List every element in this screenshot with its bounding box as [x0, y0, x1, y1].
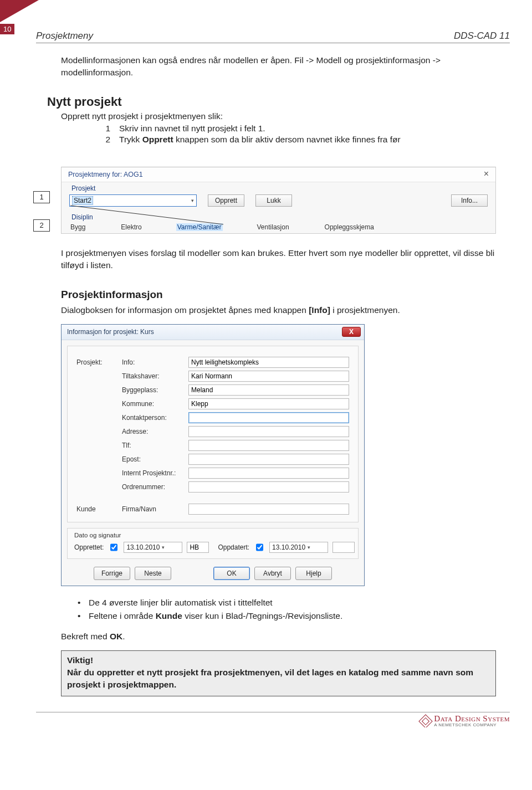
numbered-steps: 1 Skriv inn navnet til nytt prosjekt i f…	[103, 124, 496, 145]
section-heading-nytt-prosjekt: Nytt prosjekt	[47, 95, 496, 109]
opprettet-initials-field[interactable]	[187, 542, 209, 553]
callout-marker-2: 2	[33, 219, 50, 232]
intro-paragraph: Modellinformasjonen kan også endres når …	[61, 54, 496, 79]
field-label: Tlf:	[122, 442, 188, 449]
brand-name: Data Design System	[434, 715, 510, 723]
oppdatert-checkbox[interactable]	[256, 543, 263, 551]
dialog-title: Informasjon for prosjekt: Kurs	[67, 328, 154, 336]
combo-value: Start2	[72, 196, 93, 205]
page-footer: Data Design System A NEMETSCHEK COMPANY	[36, 712, 510, 727]
prosjektmeny-dialog: Prosjektmeny for: AOG1 × Prosjekt Start2…	[61, 167, 496, 234]
group-legend: Dato og signatur	[74, 532, 351, 538]
dato-signatur-group: Dato og signatur Opprettet: 13.10.2010 ▾…	[67, 528, 359, 559]
oppdatert-date-combo[interactable]: 13.10.2010 ▾	[269, 542, 328, 553]
important-title: Viktig!	[67, 654, 490, 666]
avbryt-button[interactable]: Avbryt	[254, 567, 291, 580]
field-label: Ordrenummer:	[122, 483, 188, 491]
kommune-field[interactable]	[188, 398, 349, 409]
info-button[interactable]: Info...	[451, 194, 488, 207]
step-text: Skriv inn navnet til nytt prosjekt i fel…	[119, 124, 265, 134]
field-label: Adresse:	[122, 428, 188, 435]
page-header: Prosjektmeny DDS-CAD 11	[36, 30, 510, 43]
neste-button[interactable]: Neste	[135, 567, 171, 580]
internt-prosjektnr-field[interactable]	[188, 468, 349, 479]
dialog-title: Prosjektmeny for: AOG1	[68, 171, 143, 178]
bullet-icon: •	[78, 596, 81, 609]
oppdatert-label: Oppdatert:	[218, 543, 249, 551]
tiltakshaver-field[interactable]	[188, 371, 349, 382]
prosjekt-fields-panel: Prosjekt: Info: Tiltakshaver: Byggeplass…	[67, 346, 359, 522]
byggeplass-field[interactable]	[188, 384, 349, 396]
brand-subtitle: A NEMETSCHEK COMPANY	[434, 723, 510, 727]
oppdatert-initials-field[interactable]	[332, 542, 355, 553]
adresse-field[interactable]	[188, 426, 349, 437]
field-label: Kontaktperson:	[122, 414, 188, 422]
important-note-box: Viktig! Når du oppretter et nytt prosjek…	[61, 650, 496, 696]
forrige-button[interactable]: Forrige	[94, 567, 130, 580]
field-label: Firma/Navn	[122, 505, 188, 513]
hjelp-button[interactable]: Hjelp	[295, 567, 332, 580]
callout-marker-1: 1	[33, 191, 50, 203]
field-label: Info:	[122, 358, 188, 366]
section-heading-prosjektinformasjon: Prosjektinformasjon	[61, 289, 496, 301]
dialog-button-row: Forrige Neste OK Avbryt Hjelp	[67, 567, 359, 580]
opprettet-checkbox[interactable]	[110, 543, 117, 551]
lukk-button[interactable]: Lukk	[255, 194, 292, 207]
bullet-text: Feltene i område Kunde viser kun i Blad-…	[89, 609, 342, 623]
field-label: Tiltakshaver:	[122, 372, 188, 380]
confirm-line: Bekreft med OK.	[61, 632, 496, 642]
field-label: Epost:	[122, 455, 188, 463]
chevron-down-icon: ▾	[308, 545, 310, 550]
brand-logo-icon	[419, 714, 433, 727]
opprettet-label: Opprettet:	[74, 543, 104, 551]
header-right: DDS-CAD 11	[454, 30, 510, 42]
prosjektinfo-paragraph: Dialogboksen for informasjon om prosjekt…	[61, 304, 496, 316]
opprettet-date-combo[interactable]: 13.10.2010 ▾	[124, 542, 182, 553]
tlf-field[interactable]	[188, 440, 349, 451]
chevron-down-icon: ▾	[191, 198, 194, 203]
bullet-icon: •	[78, 609, 81, 623]
col-label-kunde: Kunde	[76, 505, 122, 513]
kontaktperson-field[interactable]	[188, 412, 349, 423]
tab-ventilasjon[interactable]: Ventilasjon	[256, 223, 290, 231]
col-label-prosjekt: Prosjekt:	[76, 358, 122, 366]
section-subtext: Opprett nytt prosjekt i prosjektmenyen s…	[61, 111, 496, 121]
epost-field[interactable]	[188, 454, 349, 465]
close-icon[interactable]: ×	[484, 171, 489, 178]
step-number: 2	[103, 135, 110, 145]
tab-oppleggsskjema[interactable]: Oppleggsskjema	[324, 223, 375, 231]
bullet-list: • De 4 øverste linjer blir automatisk vi…	[78, 596, 496, 623]
field-label: Byggeplass:	[122, 386, 188, 394]
after-figure-paragraph: I prosjektmenyen vises forslag til model…	[61, 247, 496, 272]
important-body: Når du oppretter et nytt prosjekt fra pr…	[67, 668, 473, 689]
field-label: Kommune:	[122, 400, 188, 408]
ordrenummer-field[interactable]	[188, 481, 349, 493]
callout-line	[69, 204, 236, 238]
info-field[interactable]	[188, 357, 349, 368]
step-number: 1	[103, 124, 110, 134]
prosjektinfo-dialog: Informasjon for prosjekt: Kurs X Prosjek…	[61, 324, 365, 586]
chevron-down-icon: ▾	[162, 545, 165, 550]
prosjektmeny-dialog-figure: 1 2 Prosjektmeny for: AOG1 × Prosjekt St…	[61, 167, 496, 234]
page-corner-decor	[0, 0, 39, 22]
ok-button[interactable]: OK	[213, 567, 250, 580]
close-icon[interactable]: X	[342, 327, 361, 337]
header-left: Prosjektmeny	[36, 30, 93, 42]
field-label: Internt Prosjektnr.:	[122, 469, 188, 477]
page-number: 10	[0, 24, 14, 34]
group-label-prosjekt: Prosjekt	[69, 182, 488, 193]
firma-navn-field[interactable]	[188, 504, 349, 515]
svg-line-0	[70, 206, 223, 224]
bullet-text: De 4 øverste linjer blir automatisk vist…	[89, 596, 273, 609]
step-text: Trykk Opprett knappen som da blir aktiv …	[119, 135, 401, 145]
